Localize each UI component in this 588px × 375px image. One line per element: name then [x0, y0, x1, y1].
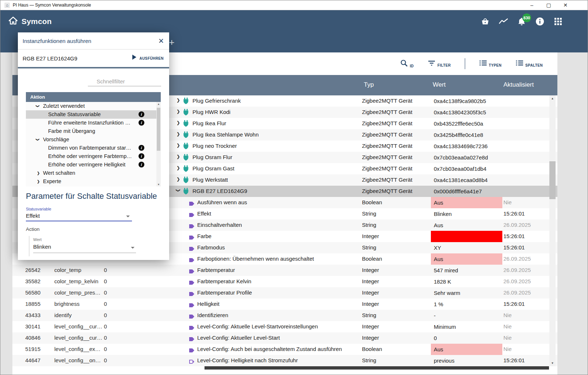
- aktualisiert-cell: 26.09.2025: [503, 222, 531, 228]
- toolbar-divider: [465, 58, 465, 69]
- aktualisiert-cell: 15:26:01: [503, 301, 525, 307]
- chevron-down-icon[interactable]: [131, 247, 135, 249]
- expand-chevron-icon[interactable]: ❯: [176, 165, 180, 170]
- aktualisiert-cell: Nie: [503, 199, 512, 205]
- typ-cell: Integer: [362, 323, 379, 329]
- store-basket-icon[interactable]: [480, 17, 490, 26]
- notifications-bell-icon[interactable]: 830: [517, 17, 526, 26]
- typ-cell: Boolean: [362, 346, 382, 352]
- typ-cell: Zigbee2MQTT Gerät: [362, 188, 412, 194]
- filter-button[interactable]: FILTER: [428, 60, 451, 68]
- expand-chevron-icon[interactable]: ❯: [176, 131, 180, 137]
- tree-item[interactable]: ❯Wert schalten: [26, 169, 161, 177]
- tree-chevron-icon[interactable]: ❯: [37, 177, 40, 186]
- table-row[interactable]: 51915level_config__ex…0Level-Config: Auc…: [12, 344, 557, 355]
- aktualisiert-cell: 15:26:01: [503, 210, 525, 217]
- filter-icon: [428, 60, 436, 68]
- tree-item[interactable]: Farbe mit Übergang: [26, 127, 161, 135]
- table-row[interactable]: 56580color_temp_pres…0Farbtemperatur Pro…: [12, 287, 557, 299]
- variable-tag-icon: [189, 280, 194, 285]
- info-icon[interactable]: i: [139, 145, 144, 151]
- tree-item-label: Erhöhe oder verringere Farbtemp…: [48, 152, 132, 161]
- home-icon: [8, 16, 22, 27]
- table-row[interactable]: 18855brightness0HelligkeitInteger1 %15:2…: [12, 299, 557, 310]
- tree-item-label: Führe erweiterte Instanzfunktion …: [48, 119, 131, 127]
- chevron-down-icon[interactable]: [126, 216, 130, 217]
- info-icon[interactable]: [535, 17, 545, 26]
- column-header-wert[interactable]: Wert: [433, 81, 446, 88]
- quickfilter-input[interactable]: [88, 78, 161, 86]
- tree-chevron-icon[interactable]: ❯: [34, 138, 42, 141]
- scroll-up-icon[interactable]: ▲: [549, 97, 556, 100]
- trend-chart-icon[interactable]: [499, 17, 508, 26]
- apps-grid-icon[interactable]: [553, 17, 563, 26]
- filter-label: FILTER: [437, 63, 451, 68]
- typ-cell: Zigbee2MQTT Gerät: [362, 177, 412, 183]
- minimize-button[interactable]: –: [523, 2, 540, 8]
- tree-scroll-up-icon[interactable]: ▲: [156, 103, 161, 105]
- tree-scroll-thumb[interactable]: [157, 108, 160, 151]
- tree-item[interactable]: Schalte Statusvariablei: [26, 110, 161, 119]
- expand-chevron-icon[interactable]: ❯: [176, 143, 180, 148]
- column-header-typ[interactable]: Typ: [364, 81, 374, 88]
- maximize-button[interactable]: ▢: [540, 2, 557, 8]
- expand-chevron-icon[interactable]: ❯: [176, 189, 181, 192]
- scroll-down-icon[interactable]: ▼: [549, 362, 556, 365]
- expand-chevron-icon[interactable]: ❯: [176, 154, 180, 159]
- expand-chevron-icon[interactable]: ❯: [176, 120, 180, 125]
- expand-chevron-icon[interactable]: ❯: [176, 109, 180, 114]
- tree-item[interactable]: Dimmen von Farbtemperatur star…i: [26, 144, 161, 152]
- search-id-button[interactable]: ID: [400, 59, 414, 68]
- variable-name-cell: Farbmodus: [197, 244, 225, 250]
- tree-item[interactable]: ❯Vorschläge: [26, 135, 161, 144]
- info-icon[interactable]: i: [139, 162, 144, 167]
- table-row[interactable]: 26542color_temp0FarbtemperaturInteger547…: [12, 265, 557, 276]
- expand-chevron-icon[interactable]: ❯: [176, 177, 180, 182]
- table-row[interactable]: 44647level_config__on…0Level-Config: Hel…: [12, 355, 557, 366]
- wert-cell: 0xa4c138042305f3c5: [431, 107, 502, 118]
- info-icon[interactable]: i: [139, 120, 144, 126]
- tree-item[interactable]: Führe erweiterte Instanzfunktion …i: [26, 119, 161, 127]
- tree-scrollbar[interactable]: ▲ ▼: [156, 102, 161, 186]
- typ-cell: Boolean: [362, 199, 382, 205]
- tree-item[interactable]: ❯Experte: [26, 177, 161, 186]
- tree-item[interactable]: ❯Zuletzt verwendet: [26, 102, 161, 110]
- table-row[interactable]: 40846level_config__cur…0Level-Config: Ak…: [12, 332, 557, 344]
- tree-chevron-icon[interactable]: ❯: [37, 169, 40, 177]
- tree-chevron-icon[interactable]: ❯: [34, 104, 42, 107]
- spalten-label: SPALTEN: [525, 63, 543, 68]
- variable-tag-icon: [189, 258, 194, 262]
- expand-chevron-icon[interactable]: ❯: [176, 98, 180, 103]
- action-list-header: Aktion: [26, 92, 161, 102]
- typen-label: TYPEN: [489, 63, 502, 68]
- device-name-cell: Plug Ikea Stehlampe Wohn: [192, 131, 259, 138]
- wert-cell: 0xb43522fffe6ec50a: [431, 118, 502, 129]
- table-row[interactable]: 35582color_temp_kelvin0Farbtemperatur Ke…: [12, 276, 557, 287]
- tree-scroll-down-icon[interactable]: ▼: [156, 183, 161, 186]
- wert-select[interactable]: Blinken: [33, 244, 51, 250]
- variable-name-cell: Level-Config: Helligkeit nach Stromzufuh…: [197, 357, 298, 363]
- device-name-cell: RGB E27 LED1624G9: [192, 188, 247, 194]
- scroll-thumb[interactable]: [549, 161, 556, 199]
- wert-cell: 0xa4c13834698c7236: [431, 141, 502, 152]
- tree-item-label: Schalte Statusvariable: [48, 110, 101, 119]
- tree-item[interactable]: Erhöhe oder verringere Farbtemp…i: [26, 152, 161, 161]
- spalten-button[interactable]: SPALTEN: [515, 60, 543, 68]
- wert-cell: 1828 K: [431, 276, 502, 287]
- typen-button[interactable]: TYPEN: [479, 60, 502, 68]
- statusvariable-select[interactable]: Effekt: [26, 213, 40, 219]
- info-icon[interactable]: i: [139, 111, 144, 117]
- info-icon[interactable]: i: [139, 153, 144, 159]
- window-title: PI Haus — Symcon Verwaltungskonsole: [13, 3, 91, 8]
- table-row[interactable]: 43433identify0IdentifizierenString-Nie: [12, 310, 557, 321]
- close-button[interactable]: ✕: [557, 2, 574, 8]
- column-header-aktualisiert[interactable]: Aktualisiert: [503, 81, 534, 88]
- run-button[interactable]: AUSFÜHREN: [132, 55, 164, 62]
- tree-item[interactable]: Erhöhe oder verringere Helligkeiti: [26, 161, 161, 169]
- variable-tag-icon: [189, 246, 194, 251]
- brand[interactable]: Symcon: [8, 16, 52, 27]
- table-scrollbar[interactable]: ▲ ▼: [549, 95, 556, 366]
- dialog-close-icon[interactable]: ✕: [158, 37, 164, 45]
- table-row[interactable]: 30141level_config__cur…0Level-Config: Ak…: [12, 321, 557, 332]
- tree-group-label: Zuletzt verwendet: [43, 102, 85, 110]
